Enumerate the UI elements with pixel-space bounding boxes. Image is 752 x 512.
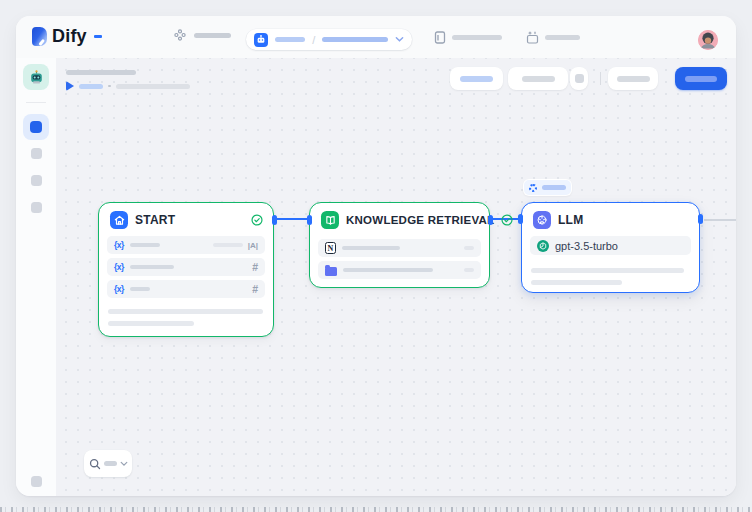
workflow-icon [30, 121, 42, 133]
openai-icon [537, 240, 549, 252]
description-skeleton [108, 309, 263, 314]
source-name-skeleton [343, 268, 433, 272]
llm-input-handle[interactable] [518, 214, 523, 224]
knowledge-source-row[interactable]: N [318, 239, 481, 257]
knowledge-input-handle[interactable] [307, 215, 312, 225]
dot-separator [108, 85, 111, 88]
edge-llm-outgoing[interactable] [704, 219, 736, 221]
variable-value-skeleton [213, 243, 243, 247]
folder-icon [325, 267, 337, 276]
description-skeleton [108, 321, 194, 326]
search-icon [89, 458, 101, 470]
run-button[interactable] [608, 67, 658, 90]
top-header: Dify / [16, 16, 736, 58]
sidebar-app-bot-icon[interactable] [23, 64, 49, 90]
running-label-skeleton [542, 185, 566, 190]
variable-icon: {x} [114, 240, 124, 250]
dify-logo[interactable]: Dify [32, 26, 102, 47]
docs-menu[interactable] [434, 31, 502, 44]
llm-node-header: LLM [522, 203, 699, 236]
workflow-name-skeleton [322, 37, 388, 42]
notion-icon: N [325, 242, 336, 254]
variable-name-skeleton [130, 243, 160, 247]
workflow-title-skeleton [66, 70, 136, 75]
description-skeleton [531, 280, 622, 285]
run-history-button[interactable] [508, 67, 568, 90]
variable-name-skeleton [130, 287, 150, 291]
node-llm[interactable]: LLM gpt-3.5-turbo [521, 202, 700, 293]
plugins-label-skeleton [545, 35, 580, 40]
workspace-nav[interactable] [174, 29, 231, 41]
run-label-skeleton [79, 84, 103, 89]
source-meta-skeleton [464, 268, 474, 272]
knowledge-node-title: KNOWLEDGE RETRIEVAL [346, 214, 494, 226]
node-running-indicator [523, 179, 572, 196]
publish-button[interactable] [675, 67, 727, 90]
breadcrumb-separator: / [312, 34, 315, 46]
sidebar-item-2[interactable] [31, 148, 42, 159]
sidebar-divider [26, 102, 46, 103]
number-type-icon: # [252, 261, 258, 273]
dify-logo-icon [32, 27, 47, 46]
plugins-menu[interactable] [526, 31, 580, 44]
play-icon[interactable] [66, 81, 74, 91]
edge-start-to-knowledge[interactable] [275, 218, 309, 220]
llm-brain-icon [533, 211, 551, 229]
brand-cursor [94, 35, 102, 39]
zoom-value-skeleton [104, 461, 117, 466]
node-knowledge-retrieval[interactable]: KNOWLEDGE RETRIEVAL N [309, 202, 490, 288]
zoom-control[interactable] [84, 450, 132, 477]
llm-model-row[interactable]: gpt-3.5-turbo [530, 236, 691, 255]
llm-node-title: LLM [558, 213, 583, 227]
start-node-title: START [135, 213, 175, 227]
chevron-down-icon [120, 461, 128, 467]
node-start[interactable]: START {x} |A| {x} [98, 202, 274, 337]
left-sidebar [16, 58, 56, 496]
start-output-handle[interactable] [272, 215, 277, 225]
features-label-skeleton [460, 76, 493, 82]
workspace-label-skeleton [194, 33, 231, 38]
toolbar-divider [600, 72, 601, 85]
workflow-canvas[interactable]: START {x} |A| {x} [56, 58, 736, 496]
more-icon [575, 74, 584, 83]
bottom-noise-artifact [0, 507, 752, 512]
history-label-skeleton [522, 76, 555, 82]
more-options-button[interactable] [570, 67, 588, 90]
source-meta-skeleton [464, 246, 474, 250]
knowledge-node-header: KNOWLEDGE RETRIEVAL [310, 203, 489, 236]
brand-name: Dify [52, 26, 87, 47]
features-button[interactable] [450, 67, 503, 90]
grid-dots-icon [174, 29, 186, 41]
app-name-skeleton [275, 37, 305, 42]
sidebar-item-settings[interactable] [31, 476, 42, 487]
home-icon [110, 211, 128, 229]
variable-name-skeleton [130, 265, 174, 269]
app-window: Dify / [16, 16, 736, 496]
docs-icon [434, 31, 446, 44]
llm-output-handle[interactable] [698, 214, 703, 224]
docs-label-skeleton [452, 35, 502, 40]
start-variable-row[interactable]: {x} |A| [107, 236, 265, 254]
variable-icon: {x} [114, 284, 124, 294]
start-variable-row[interactable]: {x} # [107, 280, 265, 298]
check-circle-icon [251, 214, 263, 226]
start-node-header: START [99, 203, 273, 236]
book-icon [321, 211, 339, 229]
sidebar-item-4[interactable] [31, 202, 42, 213]
sidebar-item-workflow-active[interactable] [23, 114, 49, 140]
variable-icon: {x} [114, 262, 124, 272]
publish-label-skeleton [685, 76, 717, 82]
start-variable-row[interactable]: {x} # [107, 258, 265, 276]
user-avatar[interactable] [698, 30, 718, 50]
knowledge-source-row[interactable] [318, 261, 481, 279]
run-time-skeleton [116, 84, 190, 89]
app-switcher[interactable]: / [246, 29, 412, 50]
knowledge-output-handle[interactable] [488, 215, 493, 225]
check-circle-icon [501, 214, 513, 226]
number-type-icon: # [252, 283, 258, 295]
run-button-label-skeleton [617, 76, 650, 82]
sidebar-item-3[interactable] [31, 175, 42, 186]
description-skeleton [531, 268, 684, 273]
chevron-down-icon[interactable] [395, 36, 404, 43]
run-status-row [66, 81, 190, 91]
